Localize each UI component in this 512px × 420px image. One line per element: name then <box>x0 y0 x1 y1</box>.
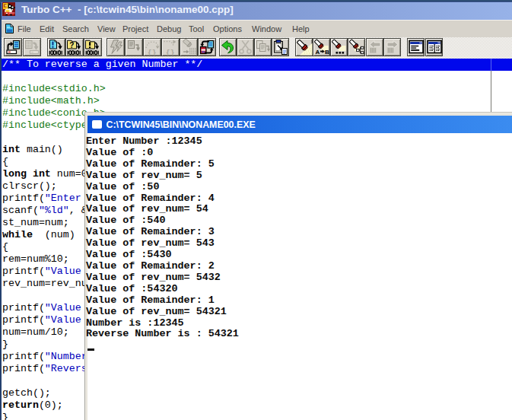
svg-text:A: A <box>316 49 320 56</box>
svg-text:{}: {} <box>148 49 156 56</box>
svg-text:B: B <box>325 49 329 56</box>
svg-text:?: ? <box>69 41 74 49</box>
svg-text:{}: {} <box>166 49 174 56</box>
